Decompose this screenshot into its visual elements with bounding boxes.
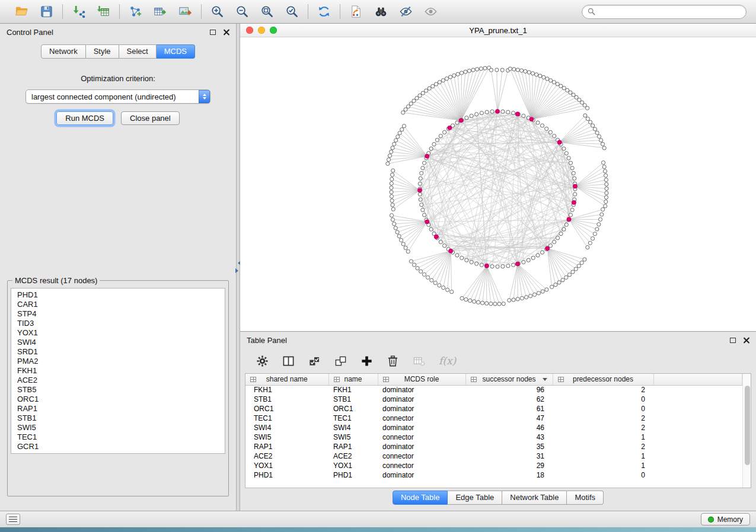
result-list-item[interactable]: TEC1: [11, 432, 225, 442]
leaf-node[interactable]: [390, 186, 393, 190]
dominator-node[interactable]: [449, 249, 453, 253]
leaf-node[interactable]: [390, 199, 394, 203]
close-panel-icon[interactable]: [743, 337, 749, 344]
network-node[interactable]: [490, 265, 494, 268]
leaf-node[interactable]: [562, 86, 566, 90]
table-row[interactable]: YOX1YOX1connector291: [245, 461, 742, 470]
table-row[interactable]: STB1STB1dominator620: [245, 395, 742, 404]
leaf-node[interactable]: [464, 70, 467, 73]
leaf-node[interactable]: [434, 82, 438, 86]
leaf-node[interactable]: [597, 134, 601, 138]
network-node[interactable]: [572, 171, 575, 175]
mcds-result-list[interactable]: PHD1CAR1STP4TID3YOX1SWI4SRD1PMA2FKH1ACE2…: [11, 288, 225, 454]
leaf-node[interactable]: [541, 290, 544, 293]
table-settings-button[interactable]: [254, 353, 270, 369]
leaf-node[interactable]: [556, 82, 559, 86]
network-node[interactable]: [480, 111, 483, 115]
memory-button[interactable]: Memory: [701, 513, 750, 525]
network-node[interactable]: [419, 177, 422, 180]
new-network-button[interactable]: [127, 4, 143, 20]
network-node[interactable]: [536, 121, 540, 124]
leaf-node[interactable]: [559, 84, 563, 88]
leaf-node[interactable]: [601, 142, 604, 146]
leaf-node[interactable]: [489, 68, 493, 72]
network-node[interactable]: [475, 262, 479, 265]
table-row[interactable]: TEC1TEC1connector472: [245, 414, 742, 423]
leaf-node[interactable]: [605, 191, 608, 195]
close-panel-icon[interactable]: [223, 29, 229, 36]
close-panel-button[interactable]: Close panel: [121, 111, 180, 125]
leaf-node[interactable]: [479, 67, 483, 70]
zoom-selected-button[interactable]: [284, 4, 300, 20]
network-node[interactable]: [419, 198, 422, 201]
leaf-node[interactable]: [390, 194, 393, 198]
leaf-node[interactable]: [554, 283, 557, 287]
leaf-node[interactable]: [448, 75, 452, 79]
network-node[interactable]: [573, 177, 576, 180]
leaf-node[interactable]: [441, 79, 445, 82]
leaf-node[interactable]: [419, 270, 423, 273]
network-node[interactable]: [573, 193, 577, 196]
leaf-node[interactable]: [549, 79, 553, 82]
network-node[interactable]: [562, 227, 566, 231]
open-session-button[interactable]: [14, 4, 30, 20]
table-cell[interactable]: 31: [465, 451, 553, 461]
leaf-node[interactable]: [483, 66, 487, 70]
share-document-button[interactable]: [348, 4, 364, 20]
network-node[interactable]: [548, 130, 552, 134]
result-list-item[interactable]: PHD1: [11, 290, 225, 300]
leaf-node[interactable]: [438, 284, 441, 287]
network-node[interactable]: [470, 260, 473, 264]
column-header-predecessor-nodes[interactable]: predecessor nodes: [553, 374, 653, 385]
zoom-in-button[interactable]: [209, 4, 225, 20]
result-list-item[interactable]: STP4: [11, 309, 225, 319]
result-list-item[interactable]: PMA2: [11, 357, 225, 366]
network-node[interactable]: [545, 127, 548, 130]
leaf-node[interactable]: [597, 223, 601, 226]
dominator-node[interactable]: [515, 112, 519, 116]
leaf-node[interactable]: [391, 169, 395, 172]
leaf-node[interactable]: [531, 72, 534, 75]
leaf-node[interactable]: [391, 173, 394, 177]
table-row[interactable]: SWI4SWI4dominator462: [245, 423, 742, 432]
leaf-node[interactable]: [583, 258, 586, 261]
leaf-node[interactable]: [524, 296, 528, 299]
result-list-item[interactable]: ORC1: [11, 395, 225, 404]
leaf-node[interactable]: [391, 218, 394, 222]
table-cell[interactable]: 2: [553, 423, 653, 432]
table-cell[interactable]: dominator: [378, 470, 465, 480]
table-cell[interactable]: dominator: [378, 385, 465, 395]
leaf-node[interactable]: [395, 230, 399, 234]
table-cell[interactable]: RAP1: [245, 442, 328, 451]
table-cell[interactable]: TEC1: [328, 414, 378, 423]
leaf-node[interactable]: [519, 69, 523, 72]
import-network-button[interactable]: [71, 4, 87, 20]
network-node[interactable]: [465, 258, 468, 262]
leaf-node[interactable]: [413, 263, 416, 267]
binoculars-search-button[interactable]: [373, 4, 389, 20]
leaf-node[interactable]: [421, 91, 425, 95]
leaf-node[interactable]: [527, 70, 531, 74]
leaf-node[interactable]: [561, 278, 564, 282]
table-row[interactable]: ORC1ORC1dominator610: [245, 404, 742, 414]
result-list-item[interactable]: RAP1: [11, 404, 225, 414]
create-column-button[interactable]: [359, 353, 375, 369]
table-row[interactable]: FKH1FKH1dominator962: [245, 385, 742, 395]
leaf-node[interactable]: [508, 299, 511, 302]
leaf-node[interactable]: [450, 290, 454, 293]
leaf-node[interactable]: [445, 77, 448, 81]
network-node[interactable]: [564, 152, 568, 155]
tab-edge-table[interactable]: Edge Table: [448, 491, 502, 505]
result-list-item[interactable]: SWI5: [11, 423, 225, 432]
leaf-node[interactable]: [386, 162, 390, 165]
leaf-node[interactable]: [452, 73, 456, 77]
delete-column-button[interactable]: [385, 353, 401, 369]
sort-descending-icon[interactable]: [543, 378, 547, 383]
leaf-node[interactable]: [595, 131, 599, 134]
table-cell[interactable]: connector: [378, 432, 465, 442]
network-node[interactable]: [570, 208, 574, 211]
zoom-out-button[interactable]: [234, 4, 250, 20]
leaf-node[interactable]: [390, 150, 393, 153]
leaf-node[interactable]: [442, 286, 445, 290]
leaf-node[interactable]: [428, 86, 431, 90]
